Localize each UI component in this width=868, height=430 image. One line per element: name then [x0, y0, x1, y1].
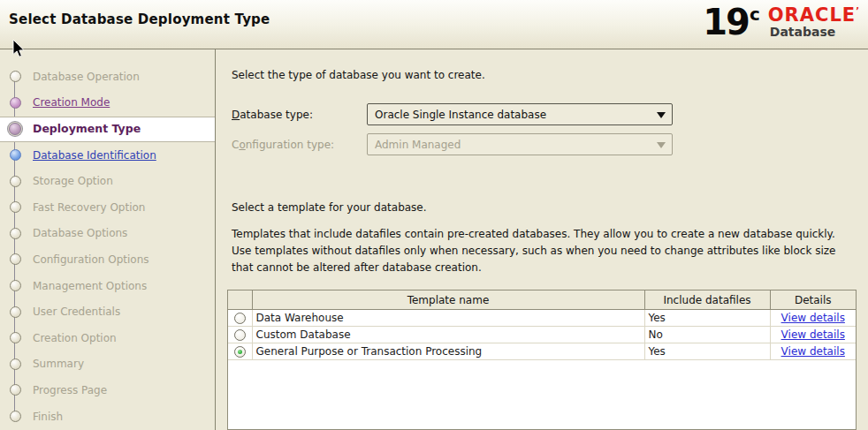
dropdown-arrow-icon: [657, 142, 666, 148]
mouse-cursor-icon: [12, 40, 25, 61]
database-type-value: Oracle Single Instance database: [375, 109, 546, 121]
configuration-type-label: Configuration type:: [232, 139, 334, 151]
wizard-sidebar: Database Operation Creation Mode Deploym…: [0, 49, 216, 430]
sidebar-step-label: Database Operation: [33, 71, 140, 83]
table-row: Custom Database No View details: [228, 327, 856, 343]
configuration-type-value: Admin Managed: [375, 139, 461, 151]
main-panel: Select the type of database you want to …: [216, 49, 868, 430]
template-name-cell: Custom Database: [252, 327, 644, 343]
sidebar-step-label: Fast Recovery Option: [33, 201, 145, 214]
page-title: Select Database Deployment Type: [9, 11, 270, 27]
database-type-label: Database type:: [232, 109, 313, 121]
header-details: Details: [770, 290, 856, 310]
step-bullet-icon: [0, 71, 30, 82]
template-note-text: Templates that include datafiles contain…: [232, 226, 856, 276]
header-include-datafiles: Include datafiles: [644, 290, 770, 310]
sidebar-step-label: Finish: [33, 411, 63, 423]
oracle-19c-logo: 19 c ORACLE’ Database: [703, 3, 859, 41]
logo-edition-mark: c: [750, 5, 760, 23]
include-datafiles-cell: Yes: [644, 310, 770, 327]
header-template-name: Template name: [252, 290, 644, 310]
sidebar-step-database-identification[interactable]: Database Identification: [0, 142, 215, 169]
template-radio-button[interactable]: [234, 329, 246, 341]
sidebar-step-database-options: Database Options: [0, 221, 215, 247]
template-radio-button[interactable]: [234, 346, 246, 358]
sidebar-step-configuration-options: Configuration Options: [0, 246, 215, 273]
sidebar-step-management-options: Management Options: [0, 273, 215, 299]
intro-text: Select the type of database you want to …: [232, 69, 485, 81]
sidebar-step-storage-option: Storage Option: [0, 168, 215, 194]
logo-brand-block: ORACLE’ Database: [768, 6, 859, 39]
sidebar-step-creation-option: Creation Option: [0, 325, 215, 351]
step-bullet-icon: [0, 228, 30, 239]
step-bullet-icon: [0, 123, 30, 135]
sidebar-step-label[interactable]: Database Identification: [33, 149, 156, 162]
step-bullet-icon: [0, 384, 30, 396]
sidebar-step-label: Database Options: [33, 227, 127, 239]
template-name-cell: Data Warehouse: [252, 310, 644, 327]
wizard-steps: Database Operation Creation Mode Deploym…: [0, 64, 215, 429]
logo-version: 19: [703, 3, 749, 41]
sidebar-step-label: Management Options: [33, 280, 147, 292]
step-bullet-icon: [0, 306, 30, 318]
step-bullet-icon: [0, 253, 30, 265]
sidebar-step-user-credentials: User Credentials: [0, 298, 215, 325]
step-bullet-icon: [0, 176, 30, 187]
sidebar-step-label: Storage Option: [33, 175, 113, 187]
sidebar-step-label: Creation Option: [33, 332, 117, 344]
template-table-body: Data Warehouse Yes View details Custom D…: [228, 310, 856, 360]
logo-product: Database: [770, 25, 859, 39]
view-details-link[interactable]: View details: [781, 345, 845, 358]
table-row: Data Warehouse Yes View details: [228, 310, 856, 327]
include-datafiles-cell: Yes: [644, 343, 770, 360]
step-bullet-icon: [0, 411, 30, 422]
header-band: Select Database Deployment Type 19 c ORA…: [0, 0, 868, 49]
sidebar-step-label: User Credentials: [33, 306, 120, 318]
template-name-cell: General Purpose or Transaction Processin…: [252, 343, 644, 360]
template-table-header: Template name Include datafiles Details: [228, 290, 856, 310]
include-datafiles-cell: No: [644, 327, 770, 343]
sidebar-step-fast-recovery-option: Fast Recovery Option: [0, 194, 215, 221]
sidebar-step-database-operation: Database Operation: [0, 64, 215, 90]
sidebar-step-label: Progress Page: [33, 384, 107, 396]
header-radio-column: [228, 290, 252, 310]
view-details-link[interactable]: View details: [781, 328, 845, 341]
database-type-dropdown[interactable]: Oracle Single Instance database: [367, 103, 673, 125]
template-radio-button[interactable]: [234, 313, 246, 324]
template-intro-text: Select a template for your database.: [232, 201, 427, 214]
step-bullet-icon: [0, 280, 30, 291]
step-bullet-icon: [0, 149, 30, 161]
dropdown-arrow-icon: [657, 112, 666, 118]
sidebar-step-label[interactable]: Creation Mode: [33, 96, 110, 109]
configuration-type-dropdown: Admin Managed: [367, 133, 673, 155]
sidebar-step-label: Summary: [33, 358, 84, 370]
step-bullet-icon: [0, 201, 30, 213]
sidebar-step-finish: Finish: [0, 404, 215, 430]
sidebar-step-label[interactable]: Deployment Type: [33, 122, 141, 135]
sidebar-step-creation-mode[interactable]: Creation Mode: [0, 90, 215, 117]
step-bullet-icon: [0, 332, 30, 343]
sidebar-step-label: Configuration Options: [33, 253, 149, 266]
sidebar-step-deployment-type[interactable]: Deployment Type: [0, 116, 215, 142]
step-bullet-icon: [0, 97, 30, 109]
registered-mark-icon: ’: [856, 6, 859, 16]
dbca-wizard-window: { "header": { "title": "Select Database …: [0, 0, 868, 430]
step-bullet-icon: [0, 358, 30, 370]
sidebar-step-progress-page: Progress Page: [0, 377, 215, 404]
view-details-link[interactable]: View details: [781, 312, 845, 324]
template-table: Template name Include datafiles Details …: [227, 290, 857, 430]
oracle-wordmark: ORACLE: [768, 4, 856, 26]
sidebar-step-summary: Summary: [0, 351, 215, 378]
table-row: General Purpose or Transaction Processin…: [228, 343, 856, 360]
